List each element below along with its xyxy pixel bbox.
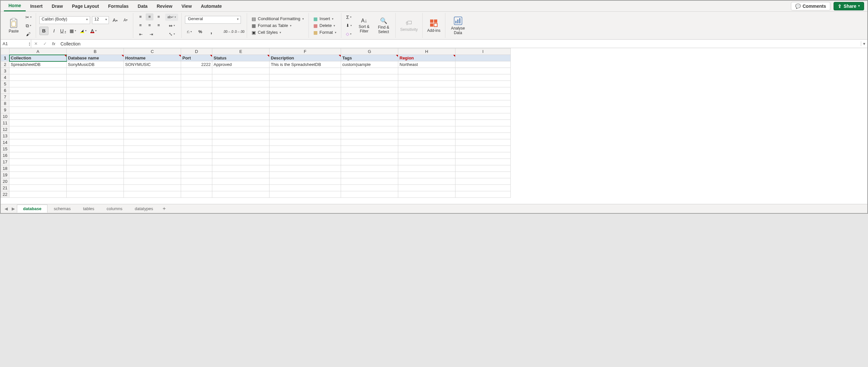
cell-A20[interactable] [9,178,67,185]
expand-formula-bar-button[interactable]: ▾ [861,41,867,46]
cell-A12[interactable] [9,126,67,133]
cell-E6[interactable] [212,87,270,94]
cell-F4[interactable] [270,74,341,81]
cell-G4[interactable] [341,74,398,81]
row-header-4[interactable]: 4 [1,74,9,81]
cell-C6[interactable] [124,87,181,94]
cell-G10[interactable] [341,113,398,120]
cell-E8[interactable] [212,100,270,107]
increase-font-button[interactable]: A▴ [111,16,119,24]
cell-H14[interactable] [398,139,456,146]
cell-H4[interactable] [398,74,456,81]
align-center-button[interactable]: ≡ [146,22,153,29]
cell-A1[interactable]: Collection [9,55,67,61]
decrease-font-button[interactable]: A▾ [121,16,130,24]
paste-button[interactable]: Paste [6,18,22,33]
cell-D18[interactable] [181,165,212,172]
wrap-text-button[interactable]: ab↵ [165,14,178,21]
cell-G8[interactable] [341,100,398,107]
row-header-16[interactable]: 16 [1,152,9,159]
cell-B17[interactable] [67,159,124,165]
ribbon-tab-insert[interactable]: Insert [26,1,47,11]
clear-button[interactable]: ◇ [345,31,353,38]
cell-A11[interactable] [9,120,67,126]
cell-F5[interactable] [270,81,341,87]
cell-G20[interactable] [341,178,398,185]
cell-A9[interactable] [9,107,67,113]
cell-G3[interactable] [341,68,398,74]
cell-F18[interactable] [270,165,341,172]
cell-C15[interactable] [124,146,181,152]
cell-C19[interactable] [124,172,181,178]
name-box-spinner[interactable]: ▴▾ [29,41,30,46]
cell-C18[interactable] [124,165,181,172]
col-header-H[interactable]: H [398,48,456,55]
align-right-button[interactable]: ≡ [155,22,162,29]
sheet-tab-columns[interactable]: columns [100,205,128,213]
cell-E22[interactable] [212,191,270,198]
cell-H19[interactable] [398,172,456,178]
cell-B7[interactable] [67,94,124,100]
cell-I16[interactable] [456,152,511,159]
cell-C8[interactable] [124,100,181,107]
decrease-indent-button[interactable]: ⇤ [136,31,145,38]
autosum-button[interactable]: Σ [345,14,353,21]
row-header-1[interactable]: 1 [1,55,9,61]
cell-F17[interactable] [270,159,341,165]
cell-I21[interactable] [456,185,511,191]
cell-E2[interactable]: Approved [212,61,270,68]
sheet-tab-database[interactable]: database [17,205,48,213]
border-button[interactable]: ▦ [69,27,77,34]
cell-I3[interactable] [456,68,511,74]
cell-E21[interactable] [212,185,270,191]
cell-B20[interactable] [67,178,124,185]
cell-E12[interactable] [212,126,270,133]
cell-H3[interactable] [398,68,456,74]
cell-D19[interactable] [181,172,212,178]
cell-E13[interactable] [212,133,270,139]
cell-D9[interactable] [181,107,212,113]
col-header-I[interactable]: I [456,48,511,55]
cell-C20[interactable] [124,178,181,185]
cell-F9[interactable] [270,107,341,113]
cell-C22[interactable] [124,191,181,198]
col-header-F[interactable]: F [270,48,341,55]
cell-F12[interactable] [270,126,341,133]
row-header-12[interactable]: 12 [1,126,9,133]
worksheet[interactable]: ABCDEFGHI1CollectionDatabase nameHostnam… [1,48,511,198]
cell-E9[interactable] [212,107,270,113]
cell-D10[interactable] [181,113,212,120]
row-header-7[interactable]: 7 [1,94,9,100]
row-header-21[interactable]: 21 [1,185,9,191]
cell-C9[interactable] [124,107,181,113]
cell-C10[interactable] [124,113,181,120]
bold-button[interactable]: B [39,27,49,35]
cell-E1[interactable]: Status [212,55,270,61]
cell-G5[interactable] [341,81,398,87]
cell-E5[interactable] [212,81,270,87]
cell-F1[interactable]: Description [270,55,341,61]
cut-button[interactable]: ✂ [24,14,32,21]
cell-C16[interactable] [124,152,181,159]
comma-button[interactable]: , [207,28,216,35]
cell-D16[interactable] [181,152,212,159]
cell-I9[interactable] [456,107,511,113]
cell-H18[interactable] [398,165,456,172]
cell-B21[interactable] [67,185,124,191]
cell-I11[interactable] [456,120,511,126]
cell-D14[interactable] [181,139,212,146]
sheet-tab-tables[interactable]: tables [77,205,100,213]
cell-B18[interactable] [67,165,124,172]
cell-H15[interactable] [398,146,456,152]
cell-D3[interactable] [181,68,212,74]
cell-styles-button[interactable]: ▣ Cell Styles ▾ [250,29,305,35]
cancel-formula-button[interactable]: ✕ [31,41,40,46]
cell-A6[interactable] [9,87,67,94]
cell-H12[interactable] [398,126,456,133]
fx-label[interactable]: fx [50,41,58,46]
cell-I14[interactable] [456,139,511,146]
cell-A13[interactable] [9,133,67,139]
cell-B12[interactable] [67,126,124,133]
cell-G22[interactable] [341,191,398,198]
cell-C4[interactable] [124,74,181,81]
